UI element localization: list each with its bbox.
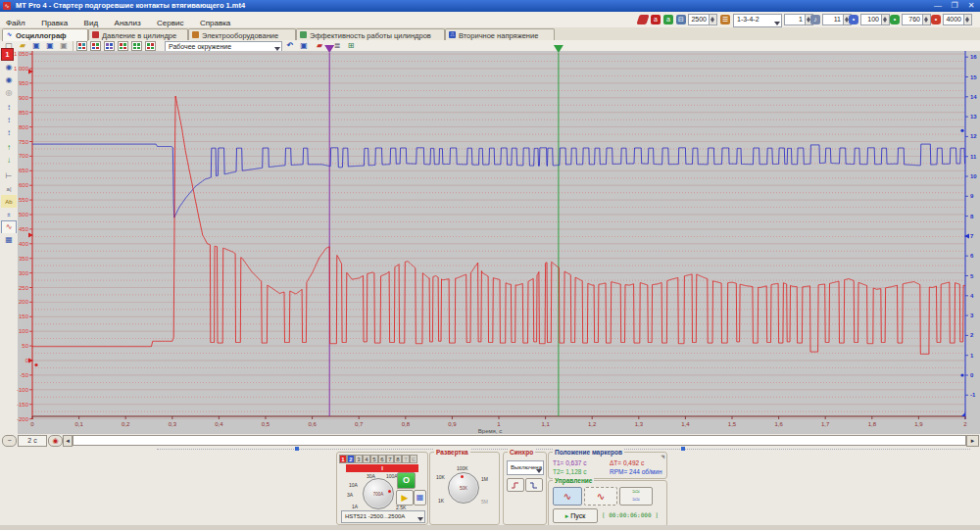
pin-icon[interactable]: ◥ — [661, 454, 664, 459]
channel-button-t[interactable]: Т — [402, 455, 410, 463]
channel-panel: 1 2 3 4 5 6 7 8 Т Е I 700A 30A 100A 10A … — [336, 452, 428, 525]
svg-text:250: 250 — [19, 285, 29, 291]
multi-sweep-icon[interactable]: ≈≈≈≈ — [619, 487, 653, 506]
current-range-knob[interactable]: 700A — [363, 478, 394, 509]
svg-text:1,2: 1,2 — [588, 421, 597, 427]
svg-text:1,4: 1,4 — [681, 421, 690, 427]
app-window: ∿ MT Pro 4 - Стартер подгоревшие контакт… — [0, 0, 980, 530]
svg-text:850: 850 — [19, 110, 29, 116]
svg-text:2: 2 — [963, 421, 967, 427]
sweep-label-1m: 1M — [481, 476, 488, 482]
sweep-panel: Развертка 50K 100K 10K 1M 1K 5M — [429, 452, 500, 525]
svg-text:450: 450 — [19, 226, 29, 232]
svg-text:0,6: 0,6 — [308, 421, 317, 427]
multi-sweep-blue-wave: ≈≈ — [632, 496, 640, 503]
record-icon[interactable]: ◉ — [48, 435, 63, 447]
svg-text:0,3: 0,3 — [169, 421, 177, 427]
svg-text:0,5: 0,5 — [262, 421, 270, 427]
svg-text:400: 400 — [19, 241, 29, 247]
svg-text:-150: -150 — [17, 402, 29, 408]
control-panel: 1 2 3 4 5 6 7 8 Т Е I 700A 30A 100A 10A … — [0, 452, 980, 525]
zoom-out-icon[interactable]: − — [2, 435, 17, 447]
svg-text:1,8: 1,8 — [868, 421, 877, 427]
svg-text:150: 150 — [19, 313, 29, 319]
svg-text:3: 3 — [970, 313, 974, 318]
marker-rpm-value: RPM= 244 об/мин — [610, 468, 662, 475]
svg-text:0,4: 0,4 — [215, 421, 223, 427]
channel-button-5[interactable]: 5 — [370, 455, 378, 463]
svg-text:750: 750 — [19, 139, 29, 145]
svg-text:1: 1 — [970, 353, 974, 359]
sync-panel: Синхро Выключена — [503, 452, 547, 525]
range-label-30a: 30A — [367, 473, 375, 479]
channel-button-7[interactable]: 7 — [386, 455, 394, 463]
channel-button-4[interactable]: 4 — [363, 455, 370, 463]
svg-text:14: 14 — [970, 94, 977, 100]
svg-text:1,5: 1,5 — [728, 421, 737, 427]
svg-text:1,1: 1,1 — [541, 421, 550, 427]
navigator-thumb[interactable] — [295, 447, 299, 451]
svg-text:-1: -1 — [970, 392, 976, 398]
channel-button-2[interactable]: 2 — [347, 455, 355, 463]
mode-bar-current: I — [346, 464, 418, 472]
marker-panel-title: Положение маркеров — [553, 449, 624, 456]
svg-text:5: 5 — [970, 273, 974, 279]
scroll-right-icon[interactable]: ▸ — [966, 435, 979, 447]
rising-edge-icon[interactable] — [507, 478, 524, 492]
multi-sweep-green-wave: ≈≈ — [632, 488, 640, 495]
svg-text:-50: -50 — [20, 372, 28, 378]
navigator-thumb-2[interactable] — [681, 447, 685, 451]
falling-edge-icon[interactable] — [525, 478, 543, 492]
svg-text:650: 650 — [19, 168, 29, 173]
channel-button-1[interactable]: 1 — [339, 455, 347, 463]
sweep-label-10k: 10K — [436, 474, 445, 480]
channel-button-8[interactable]: 8 — [394, 455, 402, 463]
scroll-left-icon[interactable]: ◂ — [63, 435, 73, 447]
svg-text:15: 15 — [970, 74, 977, 80]
svg-text:0: 0 — [30, 421, 34, 427]
svg-text:1 000: 1 000 — [14, 66, 29, 72]
range-label-10a: 10A — [349, 482, 358, 488]
svg-text:0,1: 0,1 — [74, 421, 83, 427]
svg-text:350: 350 — [19, 256, 29, 262]
svg-text:4: 4 — [970, 293, 974, 299]
svg-text:2: 2 — [970, 332, 974, 338]
svg-text:16: 16 — [970, 54, 977, 60]
sync-mode-combo[interactable]: Выключена — [507, 460, 544, 475]
marker-t2-value: T2= 1,128 с — [553, 468, 587, 475]
svg-text:-200: -200 — [17, 416, 29, 422]
power-button[interactable]: O — [397, 472, 416, 489]
svg-text:550: 550 — [19, 197, 29, 203]
single-sweep-icon[interactable]: ∿ — [553, 487, 582, 506]
sweep-label-100k: 100K — [457, 465, 468, 471]
svg-text:1: 1 — [497, 421, 501, 427]
range-label-100a: 100A — [386, 473, 398, 479]
svg-text:950: 950 — [19, 80, 29, 86]
svg-text:0,2: 0,2 — [122, 421, 130, 427]
acquisition-control-panel: Управление ∿ ∿ ≈≈≈≈ ▸ Пуск [ 00:00:06:00… — [548, 480, 667, 527]
svg-text:1,6: 1,6 — [774, 421, 783, 427]
svg-text:9: 9 — [970, 193, 974, 199]
range-label-1a: 1A — [352, 504, 358, 509]
chart-scrollbar[interactable] — [73, 435, 966, 446]
svg-text:900: 900 — [19, 95, 29, 101]
dashed-sweep-icon[interactable]: ∿ — [584, 487, 617, 506]
control-title: Управление — [553, 477, 594, 484]
play-button[interactable]: ▶ — [396, 490, 414, 506]
channel-button-3[interactable]: 3 — [355, 455, 363, 463]
svg-text:1,7: 1,7 — [821, 421, 830, 427]
svg-text:13: 13 — [970, 114, 977, 120]
chart-scroll-row: − 2 с ◉ ◂ ▸ — [0, 434, 980, 447]
marker-t1-value: T1= 0,637 с — [553, 459, 587, 466]
channel-button-6[interactable]: 6 — [378, 455, 386, 463]
svg-text:50: 50 — [22, 343, 28, 349]
svg-text:100: 100 — [19, 328, 29, 334]
calculator-button[interactable]: ▦ — [414, 490, 426, 506]
channel-button-e[interactable]: Е — [410, 455, 417, 463]
range-label-3a: 3A — [347, 492, 353, 498]
sweep-knob[interactable]: 50K — [448, 472, 479, 504]
tab-oscilloscope[interactable]: ∿ Осциллограф — [2, 28, 88, 41]
marker-position-panel: Положение маркеров ◥ T1= 0,637 с T2= 1,1… — [548, 452, 667, 479]
start-button[interactable]: ▸ Пуск — [553, 508, 598, 523]
probe-combo[interactable]: HST521 -2500...2500A — [341, 510, 425, 523]
